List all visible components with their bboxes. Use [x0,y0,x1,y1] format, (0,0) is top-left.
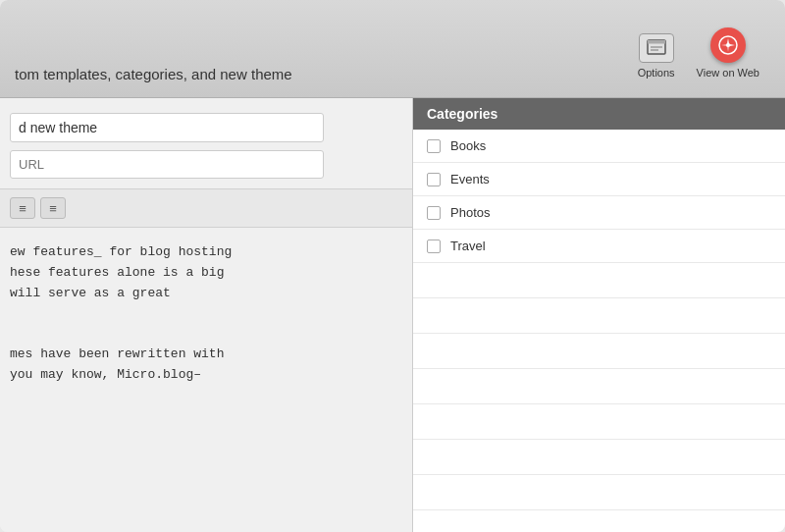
post-body: ew features_ for blog hosting hese featu… [0,228,412,400]
empty-row-5 [413,404,785,440]
empty-row-6 [413,440,785,475]
post-url-input[interactable] [10,150,324,179]
category-checkbox-travel[interactable] [427,239,441,253]
empty-row-3 [413,334,785,369]
svg-marker-8 [721,44,727,46]
app-window: tom templates, categories, and new theme… [0,0,785,532]
category-label-travel: Travel [450,239,486,253]
empty-row-7 [413,475,785,510]
toolbar-buttons: Options View on Web [632,24,765,87]
svg-marker-6 [727,38,729,44]
category-label-events: Events [450,172,490,186]
empty-row-2 [413,298,785,334]
options-icon [639,33,674,63]
category-label-books: Books [450,138,486,153]
svg-marker-9 [729,44,735,46]
align-center-button[interactable]: ≡ [40,197,66,219]
empty-row-4 [413,369,785,404]
category-checkbox-books[interactable] [427,139,441,153]
category-checkbox-photos[interactable] [427,206,441,220]
view-on-web-button[interactable]: View on Web [691,24,765,82]
post-editor [0,98,412,188]
view-on-web-icon [710,27,746,63]
empty-row-8 [413,510,785,532]
category-item-photos[interactable]: Photos [413,196,785,230]
post-title-input[interactable] [10,113,324,142]
view-on-web-label: View on Web [697,67,759,79]
right-panel: Categories Books Events Photos [412,98,785,532]
toolbar-title: tom templates, categories, and new theme [15,66,292,87]
align-left-button[interactable]: ≡ [10,197,35,219]
empty-row-1 [413,263,785,298]
options-button[interactable]: Options [632,29,681,82]
category-list: Books Events Photos Travel [413,130,785,532]
categories-header: Categories [413,98,785,130]
main-content: ≡ ≡ ew features_ for blog hosting hese f… [0,98,785,532]
left-panel: ≡ ≡ ew features_ for blog hosting hese f… [0,98,412,532]
category-item-books[interactable]: Books [413,130,785,163]
category-item-events[interactable]: Events [413,163,785,196]
svg-marker-7 [727,46,729,52]
category-checkbox-events[interactable] [427,173,441,186]
category-label-photos: Photos [450,205,490,220]
category-item-travel[interactable]: Travel [413,230,785,263]
svg-rect-1 [648,40,665,44]
formatting-bar: ≡ ≡ [0,188,412,228]
toolbar: tom templates, categories, and new theme… [0,0,785,98]
options-label: Options [638,67,675,79]
